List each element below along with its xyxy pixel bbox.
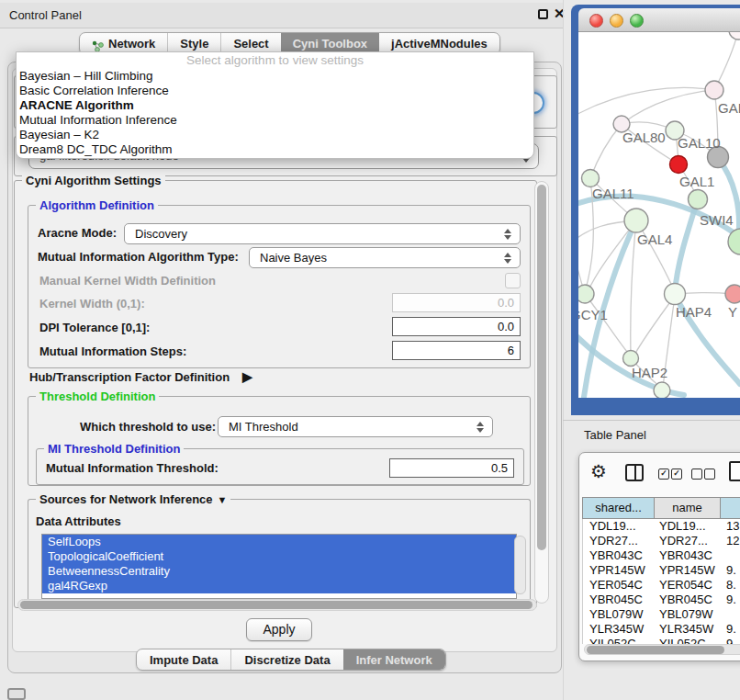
column-header-name[interactable]: name: [655, 498, 721, 518]
column-header-shared[interactable]: shared...: [583, 498, 655, 518]
gear-icon[interactable]: ⚙: [590, 460, 607, 482]
column-header-third[interactable]: [721, 498, 740, 518]
network-canvas-svg: GALGAL80GAL10GAL1GAL11SWI4GAL4GCY1HAP4YH…: [578, 32, 740, 398]
graph-edge: [590, 124, 622, 178]
graph-node-bottom[interactable]: [654, 382, 670, 398]
algorithm-popup-item[interactable]: Bayesian – K2: [17, 128, 533, 142]
sources-group-title: Sources for Network Inference: [39, 492, 213, 506]
graph-node-gal4[interactable]: [624, 209, 648, 232]
graph-node-label: Y: [728, 304, 737, 320]
attribute-list-scrollbar[interactable]: [514, 536, 526, 594]
algorithm-popup-placeholder: Select algorithm to view settings: [17, 52, 533, 69]
table-file-icon[interactable]: [729, 461, 740, 481]
graph-node-label: GAL80: [622, 130, 666, 145]
table-row[interactable]: YBR045C YBR045C 9.: [583, 593, 740, 607]
algorithm-popup-items: Bayesian – Hill ClimbingBasic Correlatio…: [17, 69, 533, 157]
floating-panel-icon[interactable]: [7, 688, 26, 700]
graph-node-label: GAL11: [592, 186, 634, 201]
graph-node-gcy1[interactable]: [578, 285, 594, 303]
settings-horizontal-scrollbar-thumb[interactable]: [20, 601, 533, 609]
table-row[interactable]: YDL19... YDL19... 13: [583, 519, 740, 534]
aracne-mode-combobox[interactable]: Discovery: [124, 223, 521, 244]
mi-algorithm-type-combobox[interactable]: Naive Bayes: [249, 247, 521, 268]
mi-algorithm-type-label: Mutual Information Algorithm Type:: [38, 250, 239, 264]
data-attributes-list[interactable]: SelfLoopsTopologicalCoefficientBetweenne…: [41, 534, 517, 599]
list-item[interactable]: BetweennessCentrality: [42, 564, 516, 579]
collapse-arrow-icon[interactable]: ▼: [218, 494, 228, 505]
table-row[interactable]: YBL079W YBL079W: [583, 607, 740, 622]
kernel-width-input[interactable]: 0.0: [392, 293, 521, 312]
list-item[interactable]: SelfLoops: [42, 535, 516, 549]
algorithm-popup-item[interactable]: Mutual Information Inference: [17, 113, 533, 128]
table-row[interactable]: YIL052C YIL052C 9.: [583, 637, 740, 644]
graph-node-hap2[interactable]: [623, 351, 639, 367]
combo-arrows-icon: [504, 252, 512, 265]
graph-edge: [622, 90, 714, 124]
settings-horizontal-scrollbar[interactable]: [17, 599, 537, 611]
bottom-tabs: Impute Data Discretize Data Infer Networ…: [136, 649, 446, 671]
table-row[interactable]: YBR043C YBR043C: [583, 548, 740, 563]
aracne-mode-label: Aracne Mode:: [38, 226, 117, 240]
list-item[interactable]: TopologicalCoefficient: [42, 549, 516, 564]
algorithm-popup-item[interactable]: Basic Correlation Inference: [17, 84, 533, 98]
mi-threshold-label: Mutual Information Threshold:: [46, 461, 219, 475]
algorithm-dropdown-popup: Select algorithm to view settings Bayesi…: [16, 51, 534, 159]
graph-node-pink-upper[interactable]: [705, 81, 723, 99]
table-row[interactable]: YLR345W YLR345W 9.: [583, 622, 740, 637]
which-threshold-combobox[interactable]: MI Threshold: [218, 416, 493, 437]
table-body: YDL19... YDL19... 13 YDR27... YDR27... 1…: [582, 519, 740, 644]
dpi-tolerance-input[interactable]: 0.0: [392, 317, 521, 336]
graph-edge: [631, 220, 636, 356]
graph-node-top-partial[interactable]: [729, 32, 740, 40]
deselect-all-icon[interactable]: [691, 469, 715, 479]
control-panel-title: Control Panel: [9, 8, 82, 22]
sources-group-title-wrap: Sources for Network Inference ▼: [36, 492, 230, 506]
select-all-icon[interactable]: ✓ ✓: [658, 469, 682, 479]
algorithm-popup-item[interactable]: Bayesian – Hill Climbing: [17, 69, 533, 84]
table-panel-title: Table Panel: [584, 428, 646, 442]
graph-node-hap4[interactable]: [665, 284, 686, 305]
columns-icon[interactable]: [625, 464, 644, 481]
mi-steps-input[interactable]: 6: [392, 341, 521, 360]
network-canvas[interactable]: GALGAL80GAL10GAL1GAL11SWI4GAL4GCY1HAP4YH…: [578, 32, 740, 398]
control-panel-titlebar: [0, 3, 563, 28]
graph-node-red[interactable]: [670, 156, 688, 174]
window-minimize-icon[interactable]: [610, 14, 623, 28]
manual-kernel-width-checkbox[interactable]: [505, 273, 521, 288]
table-header-row: shared... name: [582, 497, 740, 519]
window-zoom-icon[interactable]: [630, 14, 644, 28]
table-horizontal-scrollbar[interactable]: [584, 644, 740, 655]
settings-vertical-scrollbar[interactable]: [534, 181, 549, 604]
apply-button[interactable]: Apply: [246, 618, 312, 641]
network-view-window[interactable]: GALGAL80GAL10GAL1GAL11SWI4GAL4GCY1HAP4YH…: [571, 5, 740, 415]
float-panel-icon[interactable]: [538, 9, 548, 19]
graph-node-salmon[interactable]: [725, 285, 740, 303]
network-window-titlebar[interactable]: [578, 8, 740, 32]
graph-node-label: HAP2: [632, 365, 667, 380]
tab-infer-network[interactable]: Infer Network: [343, 649, 445, 670]
algorithm-popup-item[interactable]: ARACNE Algorithm: [17, 98, 533, 113]
table-panel-divider: [563, 420, 740, 421]
table-horizontal-scrollbar-thumb[interactable]: [587, 646, 724, 654]
table-row[interactable]: YDR27... YDR27... 12: [583, 534, 740, 548]
graph-node-label: SWI4: [700, 212, 734, 228]
tab-discretize-data[interactable]: Discretize Data: [230, 649, 342, 670]
graph-node-gal11[interactable]: [582, 170, 600, 187]
expand-arrow-icon[interactable]: ▶: [242, 369, 252, 384]
graph-node-swi4[interactable]: [689, 190, 708, 209]
algorithm-definition-group: Algorithm Definition Aracne Mode: Discov…: [28, 205, 531, 368]
tab-impute-data[interactable]: Impute Data: [137, 649, 230, 670]
table-row[interactable]: YER054C YER054C 8.: [583, 578, 740, 593]
algorithm-popup-item[interactable]: Dream8 DC_TDC Algorithm: [17, 142, 533, 157]
mi-threshold-definition-title: MI Threshold Definition: [44, 442, 184, 456]
list-item[interactable]: gal4RGexp: [42, 579, 516, 593]
settings-vertical-scrollbar-thumb[interactable]: [537, 185, 546, 550]
combo-arrows-icon: [504, 228, 512, 241]
table-row[interactable]: YPR145W YPR145W 9.: [583, 563, 740, 578]
threshold-definition-group: Threshold Definition Which threshold to …: [28, 396, 531, 486]
graph-node-label: GAL4: [637, 231, 672, 247]
mi-threshold-input[interactable]: 0.5: [389, 458, 514, 478]
window-close-icon[interactable]: [589, 14, 603, 28]
data-attributes-label: Data Attributes: [36, 514, 121, 528]
hub-definition-label: Hub/Transcription Factor Definition: [29, 370, 230, 384]
